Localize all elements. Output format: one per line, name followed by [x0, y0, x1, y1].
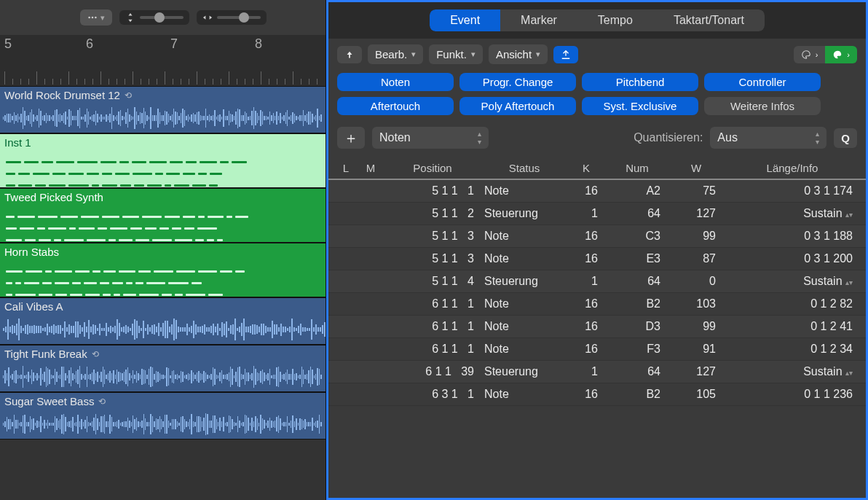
col-k[interactable]: K — [569, 162, 604, 174]
event-status[interactable]: Steuerung — [484, 275, 564, 288]
event-length[interactable]: Sustain ▴▾ — [726, 365, 859, 378]
event-channel[interactable]: 16 — [569, 252, 604, 265]
event-position[interactable]: 5 1 1 2 — [385, 207, 480, 220]
filter-poly-aftertouch[interactable]: Poly Aftertouch — [459, 97, 576, 115]
event-value[interactable]: 91 — [671, 343, 722, 356]
event-row[interactable]: 5 1 1 3 Note 16 C3 99 0 3 1 188 — [328, 225, 866, 248]
event-num[interactable]: E3 — [608, 252, 666, 265]
event-value[interactable]: 127 — [671, 365, 722, 378]
event-channel[interactable]: 1 — [569, 207, 604, 220]
event-channel[interactable]: 16 — [569, 230, 604, 243]
filter-syst--exclusive[interactable]: Syst. Exclusive — [582, 97, 698, 115]
col-w[interactable]: W — [671, 162, 722, 174]
event-status[interactable]: Note — [484, 320, 564, 333]
catch-playhead-button[interactable] — [553, 46, 578, 63]
event-channel[interactable]: 16 — [569, 297, 604, 310]
col-num[interactable]: Num — [608, 162, 666, 174]
event-position[interactable]: 5 1 1 3 — [385, 252, 480, 265]
up-level-button[interactable] — [337, 46, 362, 63]
event-length[interactable]: 0 3 1 188 — [726, 230, 859, 243]
event-status[interactable]: Note — [484, 343, 564, 356]
panel-tab-event[interactable]: Event — [430, 9, 500, 31]
event-position[interactable]: 6 1 1 1 — [385, 320, 480, 333]
event-value[interactable]: 99 — [671, 320, 722, 333]
vertical-zoom[interactable] — [119, 10, 189, 25]
event-num[interactable]: F3 — [608, 343, 666, 356]
event-row[interactable]: 6 1 1 39 Steuerung 1 64 127 Sustain ▴▾ — [328, 361, 866, 383]
event-status[interactable]: Note — [484, 252, 564, 265]
event-value[interactable]: 103 — [671, 297, 722, 310]
event-position[interactable]: 5 1 1 3 — [385, 230, 480, 243]
quantize-apply-button[interactable]: Q — [834, 128, 857, 148]
col-status[interactable]: Status — [484, 162, 564, 174]
filter-noten[interactable]: Noten — [337, 73, 454, 91]
functions-menu[interactable]: Funkt.▾ — [429, 44, 483, 64]
horizontal-zoom[interactable] — [197, 10, 267, 25]
track-clip[interactable]: World Rock Drumset 12⟲ — [0, 86, 326, 133]
event-num[interactable]: 64 — [608, 207, 666, 220]
quantize-select[interactable]: Aus ▴▾ — [710, 127, 826, 149]
edit-menu[interactable]: Bearb.▾ — [368, 44, 423, 64]
panel-tab-marker[interactable]: Marker — [500, 9, 577, 31]
event-position[interactable]: 6 3 1 1 — [385, 388, 480, 401]
event-row[interactable]: 5 1 1 1 Note 16 A2 75 0 3 1 174 — [328, 180, 866, 203]
track-clip[interactable]: Tight Funk Break⟲ — [0, 345, 326, 392]
event-value[interactable]: 105 — [671, 388, 722, 401]
event-num[interactable]: A2 — [608, 184, 666, 198]
event-row[interactable]: 5 1 1 2 Steuerung 1 64 127 Sustain ▴▾ — [328, 203, 866, 225]
event-row[interactable]: 6 1 1 1 Note 16 D3 99 0 1 2 41 — [328, 316, 866, 338]
event-channel[interactable]: 16 — [569, 184, 604, 198]
event-length[interactable]: 0 1 1 236 — [726, 388, 859, 401]
event-position[interactable]: 6 1 1 1 — [385, 297, 480, 310]
event-num[interactable]: C3 — [608, 230, 666, 243]
event-channel[interactable]: 1 — [569, 275, 604, 288]
event-num[interactable]: B2 — [608, 388, 666, 401]
event-value[interactable]: 0 — [671, 275, 722, 288]
panel-tab-tempo[interactable]: Tempo — [577, 9, 653, 31]
filter-aftertouch[interactable]: Aftertouch — [337, 97, 454, 115]
event-position[interactable]: 5 1 1 1 — [385, 184, 480, 198]
event-row[interactable]: 6 1 1 1 Note 16 B2 103 0 1 2 82 — [328, 293, 866, 316]
track-row[interactable]: Cali Vibes A Cali Vibes Wah Guitar⟲ — [0, 297, 326, 345]
event-row[interactable]: 5 1 1 3 Note 16 E3 87 0 3 1 200 — [328, 248, 866, 270]
track-menu[interactable]: ▾ — [80, 9, 112, 26]
event-status[interactable]: Note — [484, 297, 564, 310]
col-m[interactable]: M — [360, 162, 381, 174]
view-menu[interactable]: Ansicht▾ — [489, 44, 548, 64]
track-clip[interactable]: Inst 1 — [0, 133, 326, 188]
event-value[interactable]: 127 — [671, 207, 722, 220]
add-event-button[interactable]: ＋ — [337, 127, 365, 149]
event-length[interactable]: 0 1 2 34 — [726, 343, 859, 356]
event-num[interactable]: 64 — [608, 365, 666, 378]
event-status[interactable]: Note — [484, 230, 564, 243]
filter-progr--change[interactable]: Progr. Change — [459, 73, 576, 91]
event-channel[interactable]: 1 — [569, 365, 604, 378]
color-palette-active[interactable]: › — [825, 46, 857, 63]
track-clip[interactable]: Sugar Sweet Bass⟲ — [0, 392, 326, 440]
event-value[interactable]: 99 — [671, 230, 722, 243]
panel-tab-taktart/tonart[interactable]: Taktart/Tonart — [653, 9, 765, 31]
filter-weitere-infos[interactable]: Weitere Infos — [704, 97, 821, 115]
event-channel[interactable]: 16 — [569, 320, 604, 333]
event-num[interactable]: D3 — [608, 320, 666, 333]
event-length[interactable]: Sustain ▴▾ — [726, 275, 859, 288]
track-clip[interactable]: Tweed Picked Synth — [0, 188, 326, 243]
event-num[interactable]: 64 — [608, 275, 666, 288]
event-status[interactable]: Note — [484, 388, 564, 401]
filter-controller[interactable]: Controller — [704, 73, 821, 91]
event-position[interactable]: 5 1 1 4 — [385, 275, 480, 288]
timeline-ruler[interactable]: 5 6 7 8 — [0, 35, 326, 86]
event-channel[interactable]: 16 — [569, 343, 604, 356]
event-length[interactable]: 0 3 1 174 — [726, 184, 859, 198]
event-num[interactable]: B2 — [608, 297, 666, 310]
event-type-select[interactable]: Noten ▴▾ — [372, 127, 489, 149]
event-value[interactable]: 87 — [671, 252, 722, 265]
event-length[interactable]: 0 1 2 82 — [726, 297, 859, 310]
event-value[interactable]: 75 — [671, 184, 722, 198]
col-length[interactable]: Länge/Info — [726, 162, 859, 174]
event-channel[interactable]: 16 — [569, 388, 604, 401]
event-position[interactable]: 6 1 1 39 — [385, 365, 480, 378]
event-row[interactable]: 6 1 1 1 Note 16 F3 91 0 1 2 34 — [328, 338, 866, 361]
color-palette-button[interactable]: › — [794, 46, 826, 63]
event-length[interactable]: 0 1 2 41 — [726, 320, 859, 333]
